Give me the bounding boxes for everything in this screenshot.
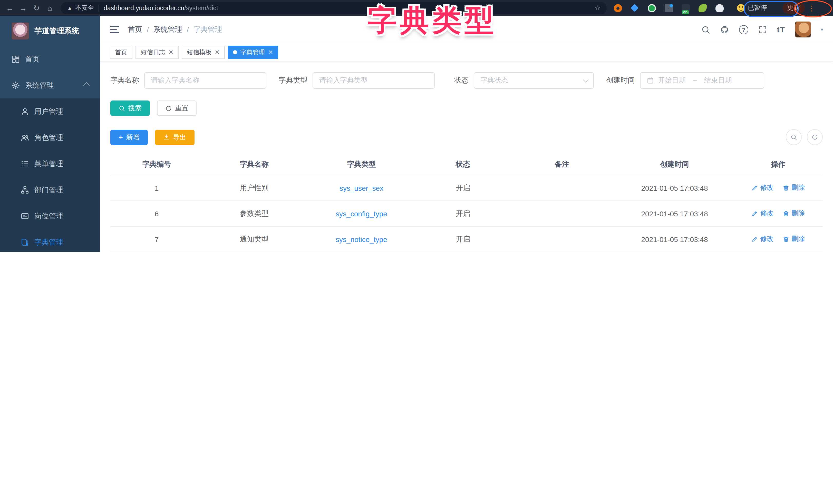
browser-reload-icon[interactable]: ↻ — [30, 3, 43, 12]
browser-home-icon[interactable]: ⌂ — [43, 4, 56, 12]
breadcrumb-section[interactable]: 系统管理 — [153, 25, 182, 34]
browser-back-icon[interactable]: ← — [3, 4, 17, 12]
trash-icon — [783, 210, 789, 217]
column-header: 创建时间 — [615, 154, 734, 175]
sidebar-item-list[interactable]: 菜单管理 — [0, 151, 100, 177]
github-icon[interactable] — [720, 25, 729, 34]
sidebar-item-label: 菜单管理 — [34, 159, 63, 169]
extension-icon[interactable] — [715, 4, 724, 12]
reset-button[interactable]: 重置 — [157, 100, 196, 116]
dict-type-link[interactable]: sys_user_sex — [339, 184, 383, 192]
toolbar: +新增 导出 — [110, 129, 823, 145]
cell-id: 6 — [110, 201, 203, 226]
address-bar[interactable]: ▲ 不安全 dashboard.yudao.iocoder.cn /system… — [61, 2, 606, 14]
add-button[interactable]: +新增 — [110, 129, 148, 145]
dict-type-link[interactable]: sys_config_type — [336, 209, 387, 218]
paused-label: 已暂停 — [748, 4, 767, 12]
extension-icon[interactable] — [631, 4, 639, 12]
delete-link[interactable]: 删除 — [783, 183, 805, 193]
url-host: dashboard.yudao.iocoder.cn — [104, 4, 184, 11]
sidebar-item-gear[interactable]: 系统管理 — [0, 72, 100, 98]
column-header: 操作 — [734, 154, 823, 175]
sidebar-item-label: 字典管理 — [34, 238, 63, 247]
browser-update-area: 更新 ⋮ — [782, 2, 815, 14]
user-icon — [21, 107, 29, 116]
avatar-caret-icon[interactable]: ▾ — [821, 27, 823, 32]
filter-actions: 搜索 重置 — [110, 100, 823, 116]
sidebar-item-user[interactable]: 用户管理 — [0, 98, 100, 125]
chevron-down-icon — [583, 77, 589, 83]
cell-status: 开启 — [417, 175, 508, 201]
update-button[interactable]: 更新 — [782, 2, 805, 14]
browser-forward-icon[interactable]: → — [17, 4, 30, 12]
active-dot — [233, 50, 237, 54]
tags-view-bar: 首页短信日志✕短信模板✕字典管理✕ — [100, 43, 833, 62]
calendar-icon — [647, 77, 654, 84]
tab-字典管理[interactable]: 字典管理✕ — [228, 46, 278, 59]
breadcrumb-home[interactable]: 首页 — [128, 25, 142, 34]
tab-短信模板[interactable]: 短信模板✕ — [182, 46, 225, 59]
tab-短信日志[interactable]: 短信日志✕ — [136, 46, 178, 59]
table-row: 7通知类型sys_notice_type开启2021-01-05 17:03:4… — [110, 226, 823, 252]
refresh-icon — [811, 134, 818, 141]
cell-create-time: 2021-01-05 17:03:48 — [615, 226, 734, 252]
cell-remark — [509, 175, 615, 201]
extension-icon[interactable] — [682, 4, 690, 12]
column-header: 字典类型 — [306, 154, 418, 175]
cell-remark — [509, 226, 615, 252]
profile-paused-button[interactable]: 已暂停 — [732, 2, 772, 14]
search-button[interactable]: 搜索 — [110, 100, 150, 116]
sidebar: 芋道管理系统 首页系统管理用户管理角色管理菜单管理部门管理岗位管理字典管理通知公… — [0, 16, 100, 252]
book-icon — [21, 238, 29, 247]
fullscreen-icon[interactable] — [758, 25, 767, 34]
app-logo[interactable]: 芋道管理系统 — [0, 16, 100, 46]
bookmark-star-icon[interactable]: ☆ — [595, 4, 600, 12]
sidebar-item-dashboard[interactable]: 首页 — [0, 46, 100, 72]
warning-icon: ▲ — [67, 4, 73, 11]
sidebar-item-users[interactable]: 角色管理 — [0, 125, 100, 151]
close-icon[interactable]: ✕ — [168, 49, 173, 56]
export-button[interactable]: 导出 — [155, 129, 194, 145]
sidebar-item-label: 系统管理 — [25, 81, 54, 90]
search-icon[interactable] — [701, 25, 710, 34]
edit-link[interactable]: 修改 — [752, 183, 774, 193]
sidebar-item-label: 首页 — [25, 55, 40, 64]
breadcrumb: 首页 / 系统管理 / 字典管理 — [128, 25, 222, 34]
filter-form: 字典名称 请输入字典名称 字典类型 请输入字典类型 状态 字典状态 创建时间 开… — [110, 72, 823, 89]
status-select[interactable]: 字典状态 — [474, 72, 594, 89]
date-range-input[interactable]: 开始日期 ~ 结束日期 — [640, 72, 764, 89]
edit-link[interactable]: 修改 — [752, 209, 774, 218]
plus-icon: + — [119, 133, 123, 141]
table-refresh-button[interactable] — [807, 129, 823, 145]
dict-type-input[interactable]: 请输入字典类型 — [313, 72, 435, 89]
app-title: 芋道管理系统 — [34, 26, 79, 36]
extension-icon[interactable] — [648, 4, 656, 12]
help-icon[interactable]: ? — [739, 25, 748, 34]
extension-icon[interactable] — [698, 4, 707, 12]
extension-icon[interactable] — [665, 4, 673, 12]
dict-type-link[interactable]: sys_notice_type — [336, 235, 387, 243]
font-size-icon[interactable]: tT — [777, 25, 785, 34]
users-icon — [21, 133, 29, 142]
delete-link[interactable]: 删除 — [783, 234, 805, 244]
sidebar-item-tree[interactable]: 部门管理 — [0, 177, 100, 203]
delete-link[interactable]: 删除 — [783, 209, 805, 218]
edit-icon — [752, 184, 758, 191]
sidebar-item-book-active[interactable]: 字典管理 — [0, 229, 100, 252]
trash-icon — [783, 236, 789, 243]
dict-name-input[interactable]: 请输入字典名称 — [144, 72, 266, 89]
tab-首页[interactable]: 首页 — [110, 46, 133, 59]
close-icon[interactable]: ✕ — [268, 49, 273, 56]
chevron-up-icon — [83, 82, 90, 89]
table-search-button[interactable] — [786, 129, 802, 145]
create-time-label: 创建时间 — [606, 76, 635, 85]
browser-menu-icon[interactable]: ⋮ — [808, 4, 815, 12]
hamburger-icon[interactable] — [110, 26, 119, 33]
cell-create-time: 2021-01-05 17:03:48 — [615, 201, 734, 226]
extension-icon[interactable] — [614, 4, 622, 12]
sidebar-item-badge[interactable]: 岗位管理 — [0, 203, 100, 229]
close-icon[interactable]: ✕ — [215, 49, 220, 56]
cell-id: 1 — [110, 175, 203, 201]
user-avatar[interactable] — [795, 22, 811, 37]
edit-link[interactable]: 修改 — [752, 234, 774, 244]
